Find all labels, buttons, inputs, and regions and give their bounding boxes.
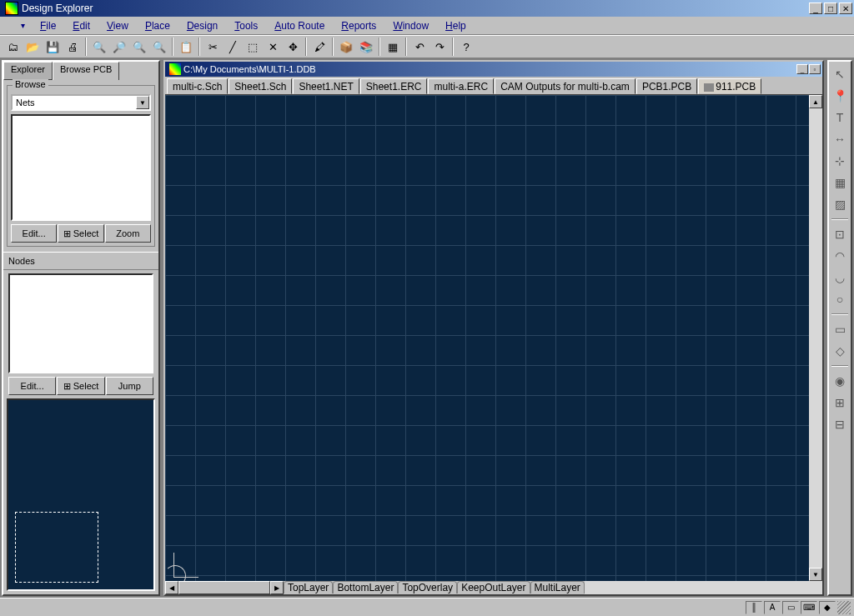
deselect-icon[interactable]: ✕ <box>264 38 282 56</box>
line-icon[interactable]: ╱ <box>224 38 242 56</box>
doc-tab-3[interactable]: Sheet1.ERC <box>360 78 428 94</box>
poly2-icon[interactable]: ◇ <box>831 342 849 360</box>
doc-tab-label: multi-a.ERC <box>434 81 488 93</box>
circle-icon[interactable]: ○ <box>831 290 849 308</box>
grid-icon[interactable]: ▦ <box>384 38 402 56</box>
doc-tab-4[interactable]: multi-a.ERC <box>428 78 494 94</box>
menu-window[interactable]: Window <box>384 18 437 33</box>
zoom-area-icon[interactable]: 🔍 <box>150 38 168 56</box>
coord-icon[interactable]: ⊹ <box>831 152 849 170</box>
h-scroll-thumb-area[interactable] <box>178 581 270 594</box>
fill-icon[interactable]: ▦ <box>831 173 849 192</box>
nodes-listbox[interactable] <box>8 273 153 373</box>
print-icon[interactable]: 🖨 <box>63 38 82 56</box>
layer-tab-topoverlay[interactable]: TopOverlay <box>398 581 457 593</box>
resize-grip-icon[interactable] <box>837 601 851 614</box>
scroll-right-icon[interactable]: ▶ <box>270 581 284 594</box>
document-icon <box>169 63 181 75</box>
doc-tab-0[interactable]: multi-c.Sch <box>167 78 228 94</box>
undo-icon[interactable]: ↶ <box>410 38 429 56</box>
select-button-2[interactable]: ⊞ Select <box>57 377 104 395</box>
cursor-icon[interactable]: ↖ <box>831 65 849 83</box>
zoom-in-icon[interactable]: 🔍 <box>90 38 108 56</box>
maximize-button[interactable]: □ <box>824 3 837 14</box>
hatch-icon[interactable]: ▨ <box>831 195 849 213</box>
zoom-button[interactable]: Zoom <box>105 224 151 243</box>
toolbar-separator <box>172 38 173 56</box>
status-icon-3[interactable]: ⌨ <box>801 601 817 614</box>
highlight-icon[interactable]: 🖍 <box>310 38 329 56</box>
select-icon[interactable]: ⬚ <box>244 38 262 56</box>
h-scroll-thumb[interactable] <box>178 581 270 594</box>
layer-tab-toplayer[interactable]: TopLayer <box>284 581 333 593</box>
menu-place[interactable]: Place <box>137 18 178 33</box>
layer-tab-multilayer[interactable]: MultiLayer <box>530 581 585 593</box>
arc-icon[interactable]: ◠ <box>831 247 849 265</box>
help-icon[interactable]: ? <box>457 38 475 56</box>
pcb-canvas[interactable] <box>165 95 809 581</box>
doc-tab-7[interactable]: 911.PCB <box>698 78 761 94</box>
doc-tab-2[interactable]: Sheet1.NET <box>293 78 359 94</box>
dropdown-arrow-icon[interactable]: ▼ <box>136 96 149 109</box>
minimap-viewport <box>15 512 98 583</box>
zoom-fit-icon[interactable]: 🔍 <box>130 38 148 56</box>
tab-explorer[interactable]: Explorer <box>3 62 53 80</box>
menu-help[interactable]: Help <box>437 18 475 33</box>
save-icon[interactable]: 💾 <box>43 38 62 56</box>
edit-button[interactable]: Edit... <box>11 224 57 243</box>
nets-listbox[interactable] <box>11 114 151 221</box>
status-icon-4[interactable]: ◆ <box>819 601 836 614</box>
vertical-scrollbar[interactable]: ▲ ▼ <box>809 95 822 581</box>
browse-icon[interactable]: 📋 <box>177 38 195 56</box>
scroll-left-icon[interactable]: ◀ <box>165 581 178 594</box>
minimize-button[interactable]: _ <box>809 3 822 14</box>
edit-button-2[interactable]: Edit... <box>8 377 56 395</box>
menu-edit[interactable]: Edit <box>64 18 98 33</box>
menu-view[interactable]: View <box>98 18 137 33</box>
system-menu-icon[interactable]: ▾ <box>17 20 28 32</box>
redo-icon[interactable]: ↷ <box>430 38 449 56</box>
minimap[interactable] <box>7 398 155 591</box>
poly-icon[interactable]: ▭ <box>831 320 849 338</box>
doc-tab-6[interactable]: PCB1.PCB <box>636 78 697 94</box>
cut-icon[interactable]: ✂ <box>203 38 222 56</box>
track-icon[interactable]: ⊡ <box>831 225 849 243</box>
status-icon-0[interactable]: ║ <box>746 601 762 614</box>
zoom-out-icon[interactable]: 🔎 <box>110 38 128 56</box>
doc-minimize-button[interactable]: _ <box>796 64 808 74</box>
pin-icon[interactable]: 📍 <box>831 87 849 105</box>
move-icon[interactable]: ✥ <box>284 38 302 56</box>
doc-restore-button[interactable]: ▫ <box>809 64 821 74</box>
menu-auto-route[interactable]: Auto Route <box>266 18 333 33</box>
library-icon[interactable]: 📚 <box>357 38 375 56</box>
doc-tab-5[interactable]: CAM Outputs for multi-b.cam <box>495 78 635 94</box>
arc2-icon[interactable]: ◡ <box>831 268 849 287</box>
doc-tab-label: 911.PCB <box>716 81 756 93</box>
3d-icon[interactable]: 📦 <box>337 38 355 56</box>
close-button[interactable]: ✕ <box>839 3 852 14</box>
tree-icon[interactable]: 🗂 <box>3 38 22 56</box>
layer-tab-bottomlayer[interactable]: BottomLayer <box>333 581 398 593</box>
open-icon[interactable]: 📂 <box>23 38 42 56</box>
layer-tab-keepoutlayer[interactable]: KeepOutLayer <box>457 581 530 593</box>
h-scroll-track[interactable] <box>585 581 822 594</box>
via-icon[interactable]: ◉ <box>831 372 849 390</box>
menu-design[interactable]: Design <box>178 18 226 33</box>
array-icon[interactable]: ⊟ <box>831 415 849 433</box>
menu-reports[interactable]: Reports <box>333 18 384 33</box>
comp-icon[interactable]: ⊞ <box>831 393 849 412</box>
status-icon-1[interactable]: A <box>764 601 781 614</box>
jump-button[interactable]: Jump <box>106 377 153 395</box>
select-button[interactable]: ⊞ Select <box>58 224 103 243</box>
tab-browse-pcb[interactable]: Browse PCB <box>53 62 119 80</box>
scroll-up-icon[interactable]: ▲ <box>809 95 822 108</box>
text-icon[interactable]: T <box>831 108 849 127</box>
scroll-track[interactable] <box>809 108 822 568</box>
menu-tools[interactable]: Tools <box>226 18 266 33</box>
scroll-down-icon[interactable]: ▼ <box>809 568 822 581</box>
doc-tab-1[interactable]: Sheet1.Sch <box>229 78 292 94</box>
menu-file[interactable]: File <box>32 18 64 33</box>
nets-dropdown[interactable]: Nets ▼ <box>11 94 151 111</box>
status-icon-2[interactable]: ▭ <box>782 601 799 614</box>
dimension-icon[interactable]: ↔ <box>831 130 849 148</box>
